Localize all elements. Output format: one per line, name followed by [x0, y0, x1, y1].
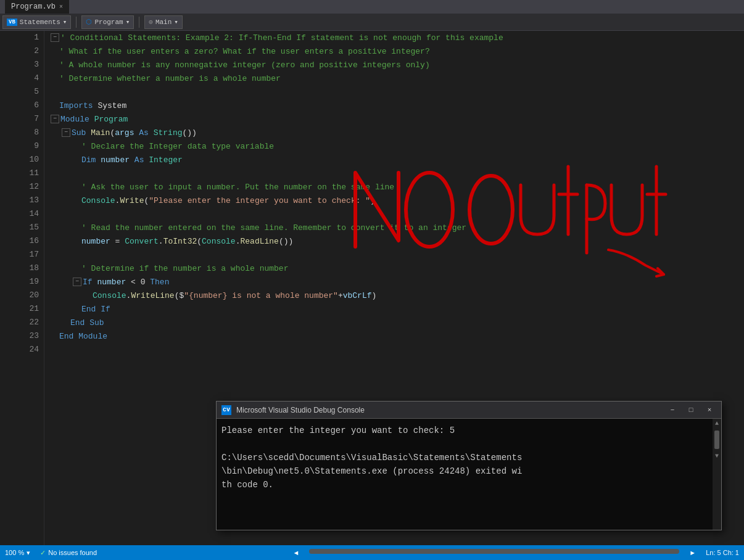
file-tab-label: Program.vb — [11, 2, 56, 11]
margin-line-10 — [0, 153, 14, 167]
close-button[interactable]: × — [703, 403, 716, 417]
code-text-12: ' Ask the user to input a number. Put th… — [81, 183, 394, 192]
code-keyword-module: Module — [60, 115, 89, 124]
line-num-17: 17 — [19, 248, 39, 261]
scroll-thumb[interactable] — [714, 430, 719, 449]
code-keyword-as2: As — [134, 155, 144, 165]
program-dropdown-arrow: ▾ — [126, 18, 130, 26]
code-toint32: ToInt32 — [163, 237, 197, 246]
line-num-11: 11 — [19, 167, 39, 180]
scroll-left-btn[interactable]: ◄ — [292, 549, 299, 556]
toolbar-statements-section: VB Statements ▾ — [0, 14, 73, 30]
code-text-15: ' Read the number entered on the same li… — [81, 223, 466, 233]
statements-label: Statements — [20, 19, 60, 26]
statements-dropdown[interactable]: VB Statements ▾ — [2, 15, 71, 29]
code-string-20: "{number} is not a whole number" — [184, 291, 338, 300]
code-line-4: ' Determine whether a number is a whole … — [51, 72, 744, 85]
editor-area: 1 2 3 4 5 6 7 8 9 10 11 12 13 14 15 16 1… — [0, 31, 744, 545]
margin-line-24 — [0, 343, 14, 356]
code-line-7: − Module Program — [51, 112, 744, 126]
code-keyword-endmodule: End Module — [59, 332, 107, 341]
margin-line-21 — [0, 302, 14, 316]
left-margin — [0, 31, 14, 545]
collapse-19[interactable]: − — [73, 278, 81, 286]
main-label: Main — [155, 19, 172, 26]
code-text-18: ' Determine if the number is a whole num… — [81, 264, 288, 273]
code-content[interactable]: − ' Conditional Statements: Example 2: I… — [44, 31, 744, 545]
margin-line-9 — [0, 139, 14, 153]
program-label: Program — [94, 19, 123, 26]
console-line-1: Please enter the integer you want to che… — [221, 424, 716, 437]
code-line-15: ' Read the number entered on the same li… — [51, 221, 744, 234]
code-text-9: ' Declare the Integer data type variable — [81, 142, 274, 151]
console-line-2 — [221, 437, 716, 451]
margin-line-2 — [0, 44, 14, 58]
code-line-18: ' Determine if the number is a whole num… — [51, 261, 744, 275]
code-keyword-endif: End If — [81, 305, 110, 314]
code-line-14 — [51, 207, 744, 221]
debug-console[interactable]: cv Microsoft Visual Studio Debug Console… — [216, 401, 722, 530]
code-line-5 — [51, 85, 744, 99]
code-line-19: − If number < 0 Then — [51, 275, 744, 289]
code-writeline: WriteLine — [131, 291, 174, 300]
program-icon: ⬡ — [86, 18, 92, 26]
restore-button[interactable]: □ — [684, 403, 698, 417]
code-line-6: Imports System — [51, 99, 744, 112]
minimize-button[interactable]: − — [666, 403, 679, 417]
code-text-4: ' Determine whether a number is a whole … — [59, 74, 281, 83]
main-dropdown-arrow: ▾ — [174, 18, 178, 26]
code-readline: ReadLine — [240, 237, 278, 246]
status-bar: 100 % ▾ ✓ No issues found ◄ ► Ln: 5 Ch: … — [0, 545, 744, 560]
margin-line-15 — [0, 221, 14, 234]
line-num-20: 20 — [19, 289, 39, 302]
code-console3: Console — [93, 291, 126, 300]
line-num-13: 13 — [19, 194, 39, 207]
debug-console-body[interactable]: Please enter the integer you want to che… — [217, 419, 721, 530]
scroll-up-arrow[interactable]: ▲ — [714, 419, 720, 428]
code-line-2: ' What if the user enters a zero? What i… — [51, 44, 744, 58]
code-keyword-then: Then — [150, 278, 169, 287]
code-line-23: End Module — [51, 329, 744, 343]
tab-close-icon[interactable]: × — [59, 4, 63, 10]
margin-line-23 — [0, 329, 14, 343]
code-line-21: End If — [51, 302, 744, 316]
collapse-1[interactable]: − — [51, 33, 59, 42]
line-num-8: 8 — [19, 126, 39, 139]
console-line-4: \bin\Debug\net5.0\Statements.exe (proces… — [221, 464, 716, 478]
main-dropdown[interactable]: ⊙ Main ▾ — [144, 15, 183, 29]
console-scrollbar[interactable]: ▲ ▼ — [713, 419, 721, 530]
margin-line-13 — [0, 194, 14, 207]
collapse-7[interactable]: − — [51, 115, 59, 123]
zoom-control[interactable]: 100 % ▾ — [5, 549, 30, 557]
program-dropdown[interactable]: ⬡ Program ▾ — [81, 15, 134, 29]
toolbar-program-section: ⬡ Program ▾ — [79, 14, 136, 30]
collapse-8[interactable]: − — [62, 128, 70, 137]
console-app-icon: cv — [221, 405, 231, 415]
line-num-21: 21 — [19, 302, 39, 316]
code-keyword-endsub: End Sub — [70, 318, 104, 327]
code-keyword-as: As — [139, 128, 149, 138]
code-sub-name: Main — [91, 128, 110, 138]
margin-line-5 — [0, 85, 14, 99]
scroll-right-btn[interactable]: ► — [689, 549, 696, 556]
toolbar-sep-2 — [139, 17, 139, 28]
line-num-10: 10 — [19, 153, 39, 167]
line-num-22: 22 — [19, 316, 39, 329]
line-num-6: 6 — [19, 99, 39, 112]
code-line-1: − ' Conditional Statements: Example 2: I… — [51, 31, 744, 44]
code-line-10: Dim number As Integer — [51, 153, 744, 167]
code-keyword-sub: Sub — [72, 128, 86, 138]
line-num-23: 23 — [19, 329, 39, 343]
check-icon: ✓ — [40, 549, 46, 557]
margin-line-17 — [0, 248, 14, 261]
file-tab[interactable]: Program.vb × — [5, 0, 69, 14]
margin-line-6 — [0, 99, 14, 112]
code-text-3: ' A whole number is any nonnegative inte… — [59, 60, 430, 70]
margin-line-7 — [0, 112, 14, 126]
line-num-14: 14 — [19, 207, 39, 221]
horizontal-scrollbar[interactable] — [309, 549, 679, 554]
debug-console-titlebar: cv Microsoft Visual Studio Debug Console… — [217, 401, 721, 419]
debug-console-title: Microsoft Visual Studio Debug Console — [236, 406, 661, 414]
scroll-down-arrow[interactable]: ▼ — [714, 451, 720, 461]
code-line-20: Console . WriteLine ($ "{number} is not … — [51, 289, 744, 302]
